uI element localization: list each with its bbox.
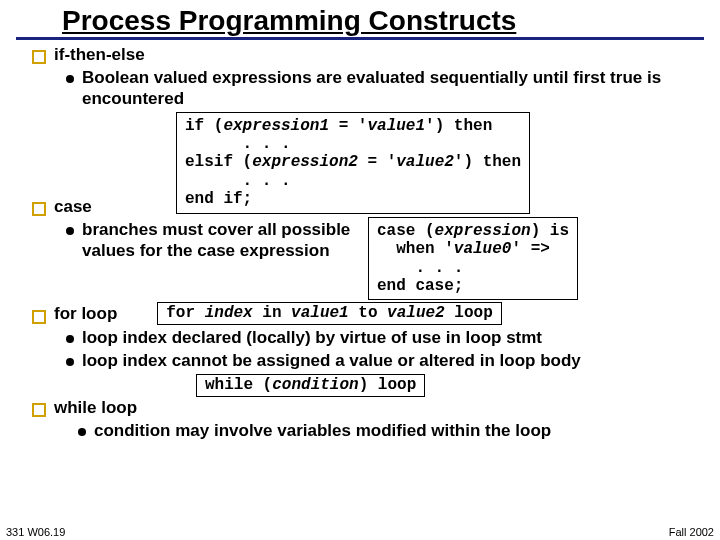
bullet-dot-icon bbox=[66, 227, 74, 235]
bullet-dot-icon bbox=[78, 428, 86, 436]
text-if-desc: Boolean valued expressions are evaluated… bbox=[82, 67, 696, 110]
bullet-for-2: loop index cannot be assigned a value or… bbox=[66, 350, 696, 371]
code-while: while (condition) loop bbox=[196, 374, 425, 396]
code-for: for index in value1 to value2 loop bbox=[157, 302, 501, 324]
bullet-square-icon bbox=[32, 50, 46, 64]
bullet-square-icon bbox=[32, 403, 46, 417]
section-while: while loop bbox=[32, 397, 696, 418]
bullet-square-icon bbox=[32, 202, 46, 216]
text-while-desc: condition may involve variables modified… bbox=[94, 420, 551, 441]
heading-while: while loop bbox=[54, 397, 137, 418]
text-case-desc: branches must cover all possible values … bbox=[82, 219, 356, 262]
content-area: if-then-else Boolean valued expressions … bbox=[0, 44, 720, 441]
bullet-if-desc: Boolean valued expressions are evaluated… bbox=[66, 67, 696, 110]
bullet-dot-icon bbox=[66, 335, 74, 343]
heading-case: case bbox=[54, 196, 92, 217]
text-for-1: loop index declared (locally) by virtue … bbox=[82, 327, 542, 348]
code-case: case (expression) is when 'value0' => . … bbox=[368, 217, 578, 301]
footer-left: 331 W06.19 bbox=[6, 526, 65, 538]
bullet-dot-icon bbox=[66, 358, 74, 366]
section-if: if-then-else bbox=[32, 44, 696, 65]
bullet-square-icon bbox=[32, 310, 46, 324]
text-for-2: loop index cannot be assigned a value or… bbox=[82, 350, 581, 371]
bullet-dot-icon bbox=[66, 75, 74, 83]
footer-right: Fall 2002 bbox=[669, 526, 714, 538]
bullet-for-1: loop index declared (locally) by virtue … bbox=[66, 327, 696, 348]
heading-for: for loop bbox=[54, 303, 117, 324]
bullet-case-desc: branches must cover all possible values … bbox=[66, 219, 356, 262]
bullet-while-desc: condition may involve variables modified… bbox=[78, 420, 696, 441]
page-title: Process Programming Constructs bbox=[16, 0, 704, 40]
heading-if: if-then-else bbox=[54, 44, 145, 65]
section-for: for loop for index in value1 to value2 l… bbox=[32, 302, 696, 324]
code-if: if (expression1 = 'value1') then . . . e… bbox=[176, 112, 530, 214]
